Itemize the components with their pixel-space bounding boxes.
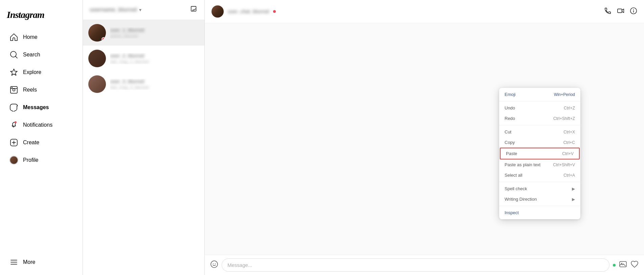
sidebar-item-create[interactable]: Create	[3, 134, 80, 151]
conv-name-1: user_1_blurred	[110, 27, 199, 33]
sidebar-item-search[interactable]: Search	[3, 46, 80, 63]
svg-point-6	[15, 121, 17, 123]
divider-4	[499, 206, 580, 206]
chat-panel: user_chat_blurred Message...	[205, 0, 644, 275]
context-menu-redo[interactable]: Redo Ctrl+Shift+Z	[499, 113, 580, 124]
svg-point-20	[215, 263, 216, 264]
conversation-item-3[interactable]: user_3_blurred last_msg_3_blurred	[83, 71, 204, 97]
copy-shortcut: Ctrl+C	[563, 140, 575, 145]
redo-shortcut: Ctrl+Shift+Z	[553, 116, 575, 121]
explore-icon	[9, 68, 18, 77]
chat-username: user_chat_blurred	[228, 9, 269, 14]
context-menu-paste[interactable]: Paste Ctrl+V	[500, 148, 580, 159]
sidebar-item-notifications[interactable]: Notifications	[3, 117, 80, 133]
conversation-avatar-3	[88, 75, 106, 93]
photo-icon[interactable]	[619, 260, 627, 270]
paste-plain-label: Paste as plain text	[505, 162, 540, 167]
paste-plain-shortcut: Ctrl+Shift+V	[553, 162, 575, 167]
spell-check-arrow: ▶	[572, 186, 575, 191]
divider-1	[499, 101, 580, 101]
chevron-down-icon[interactable]: ▾	[139, 7, 141, 12]
conv-name-2: user_2_blurred	[110, 53, 199, 58]
chat-user-avatar	[212, 5, 224, 18]
svg-point-17	[633, 9, 634, 10]
context-menu-emoji[interactable]: Emoji Win+Period	[499, 89, 580, 100]
context-menu-spell-check[interactable]: Spell check ▶	[499, 183, 580, 194]
chat-header-icons	[604, 7, 637, 16]
conversation-item-2[interactable]: user_2_blurred last_msg_2_blurred	[83, 46, 204, 71]
conversations-title: username_blurred	[90, 7, 137, 13]
conversation-avatar-2	[88, 50, 106, 67]
more-icon	[9, 258, 18, 267]
chat-header-left: user_chat_blurred	[212, 5, 276, 18]
svg-point-19	[213, 263, 214, 264]
video-icon[interactable]	[617, 7, 624, 16]
svg-point-5	[12, 87, 13, 88]
reels-label: Reels	[23, 87, 37, 93]
conversation-item-1[interactable]: user_1_blurred active_blurred	[83, 20, 204, 46]
search-icon	[9, 50, 18, 59]
paste-shortcut: Ctrl+V	[562, 151, 574, 156]
cut-shortcut: Ctrl+X	[563, 130, 575, 134]
conv-last-msg-3: last_msg_3_blurred	[110, 85, 199, 90]
context-menu-copy[interactable]: Copy Ctrl+C	[499, 137, 580, 148]
sidebar-item-reels[interactable]: Reels	[3, 81, 80, 98]
conv-name-3: user_3_blurred	[110, 79, 199, 84]
sidebar-item-more[interactable]: More	[3, 254, 80, 271]
conversation-avatar-1	[88, 24, 106, 42]
divider-2	[499, 125, 580, 125]
reels-icon	[9, 85, 18, 94]
sidebar-item-explore[interactable]: Explore	[3, 64, 80, 81]
header-icons	[190, 5, 198, 14]
svg-rect-14	[618, 9, 622, 13]
paste-label: Paste	[506, 151, 517, 156]
explore-label: Explore	[23, 69, 41, 75]
online-indicator-1	[102, 37, 106, 41]
undo-label: Undo	[505, 105, 515, 110]
context-menu: Emoji Win+Period Undo Ctrl+Z Redo Ctrl+S…	[499, 88, 580, 219]
context-menu-writing-direction[interactable]: Writing Direction ▶	[499, 194, 580, 204]
create-label: Create	[23, 140, 39, 146]
profile-label: Profile	[23, 157, 38, 163]
instagram-logo: Instagram	[0, 4, 83, 28]
undo-shortcut: Ctrl+Z	[564, 106, 575, 110]
sidebar-nav: Home Search Explore Reels	[0, 28, 83, 271]
svg-line-0	[16, 56, 17, 58]
select-all-label: Select all	[505, 173, 523, 178]
profile-icon	[9, 156, 18, 165]
context-menu-select-all[interactable]: Select all Ctrl+A	[499, 170, 580, 180]
home-label: Home	[23, 34, 38, 40]
context-menu-cut[interactable]: Cut Ctrl+X	[499, 127, 580, 137]
chat-footer: Message...	[205, 255, 644, 275]
messages-label: Messages	[23, 104, 49, 110]
message-input[interactable]: Message...	[222, 258, 609, 272]
divider-3	[499, 182, 580, 182]
sidebar-item-profile[interactable]: Profile	[3, 152, 80, 169]
create-icon	[9, 138, 18, 147]
sidebar: Instagram Home Search Explore	[0, 0, 83, 275]
svg-marker-1	[10, 69, 17, 75]
conv-last-msg-1: active_blurred	[110, 33, 199, 39]
sidebar-item-home[interactable]: Home	[3, 29, 80, 46]
conv-last-msg-2: last_msg_2_blurred	[110, 59, 199, 64]
sidebar-item-messages[interactable]: Messages	[3, 99, 80, 116]
emoji-label: Emoji	[505, 92, 516, 97]
search-label: Search	[23, 52, 40, 58]
info-icon[interactable]	[630, 7, 637, 16]
conversations-header: username_blurred ▾	[83, 0, 204, 20]
emoji-shortcut: Win+Period	[554, 92, 575, 97]
emoji-footer-icon[interactable]	[210, 260, 218, 270]
conv-info-1: user_1_blurred active_blurred	[110, 27, 199, 39]
inspect-label: Inspect	[505, 210, 519, 215]
more-label: More	[23, 259, 35, 265]
compose-icon[interactable]	[190, 5, 198, 14]
message-placeholder: Message...	[227, 262, 252, 268]
messages-container: username_blurred ▾ user_1_blurred active…	[83, 0, 644, 275]
heart-icon[interactable]	[630, 260, 639, 270]
conversations-panel: username_blurred ▾ user_1_blurred active…	[83, 0, 205, 275]
home-icon	[9, 33, 18, 42]
context-menu-paste-plain[interactable]: Paste as plain text Ctrl+Shift+V	[499, 159, 580, 170]
context-menu-undo[interactable]: Undo Ctrl+Z	[499, 103, 580, 113]
phone-icon[interactable]	[604, 7, 612, 16]
context-menu-inspect[interactable]: Inspect	[499, 207, 580, 218]
